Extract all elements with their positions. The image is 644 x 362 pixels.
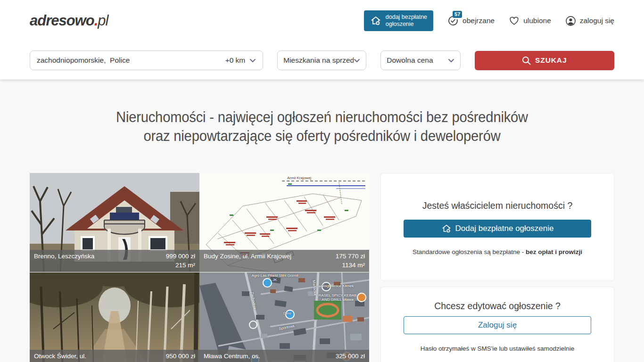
price-select[interactable]: Dowolna cena <box>380 50 460 70</box>
house-plus-icon <box>441 223 452 234</box>
search-icon <box>522 56 531 65</box>
category-select[interactable]: Mieszkania na sprzeda <box>277 50 366 70</box>
search-button[interactable]: SZUKAJ <box>475 51 615 70</box>
page-title: Nieruchomości - najwięcej ogłoszeń nieru… <box>47 80 597 146</box>
sidebar: Jesteś właścicielem nieruchomości ? Doda… <box>380 173 614 362</box>
chevron-down-icon <box>249 58 256 63</box>
listings-grid: Brenno, Leszczyńska 999 000 zł 215 m² <box>30 173 369 362</box>
radius-value: +0 km <box>225 56 246 65</box>
listing-location: Mława Centrum, os. <box>204 352 260 362</box>
chevron-down-icon <box>354 58 360 63</box>
listing-location: Otwock Świder, ul. <box>34 352 86 362</box>
listing-card-brenno[interactable]: Brenno, Leszczyńska 999 000 zł 215 m² <box>30 173 199 272</box>
login-link[interactable]: zaloguj się <box>565 16 614 26</box>
listing-price: 325 000 zł <box>336 352 365 361</box>
favorites-link[interactable]: ulubione <box>509 16 551 26</box>
map-poi-label: Dino <box>283 311 291 315</box>
listing-location: Brenno, Leszczyńska <box>34 252 94 270</box>
listing-caption: Budy Zosine, ul. Armii Krajowej 175 770 … <box>199 250 369 272</box>
add-free-listing-label: Dodaj bezpłatne ogłoszenie <box>455 224 554 233</box>
house-plus-icon <box>370 15 381 26</box>
listing-card-otwock[interactable]: Otwock Świder, ul. 950 000 zł <box>30 272 199 362</box>
listing-card-budy-zosine[interactable]: Armii Krajowej Budy Zosine, ul. Armii Kr… <box>199 173 369 272</box>
owner-card-note: Standardowe ogłoszenia są bezpłatne - be… <box>404 248 591 256</box>
owner-card-title: Jesteś właścicielem nieruchomości ? <box>404 200 591 211</box>
plot-map-street-label: Armii Krajowej <box>287 176 311 180</box>
main-content: Nieruchomości - najwięcej ogłoszeń nieru… <box>0 80 644 362</box>
user-icon <box>565 16 576 26</box>
listing-location: Budy Zosine, ul. Armii Krajowej <box>204 252 291 270</box>
map-poi-label: RASEL SPICY KEBAB AND GRILL Mława <box>316 293 359 302</box>
favorites-label: ulubione <box>523 16 551 25</box>
add-free-listing-button[interactable]: Dodaj bezpłatne ogłoszenie <box>404 220 591 238</box>
price-value: Dowolna cena <box>387 56 447 65</box>
viewed-label: obejrzane <box>462 16 495 25</box>
search-bar: +0 km Mieszkania na sprzeda Dowolna cena… <box>0 41 644 80</box>
edit-card-note: Hasło otrzymałeś w SMS'ie lub ustawiłeś … <box>404 345 591 353</box>
viewed-badge: 57 <box>453 11 462 18</box>
chevron-down-icon <box>448 58 454 63</box>
add-listing-button[interactable]: dodaj bezpłatne ogłoszenie <box>364 10 433 31</box>
logo-tld: pl <box>98 12 108 29</box>
edit-card: Chcesz edytować ogłoszenie ? Zaloguj się… <box>380 287 614 362</box>
logo-main: adresowo <box>30 12 94 29</box>
location-field: +0 km <box>30 50 263 70</box>
listing-price: 175 770 zł <box>336 252 365 261</box>
login-label: zaloguj się <box>580 16 614 25</box>
map-poi-label: Maglownice Klimek <box>312 284 363 288</box>
login-button[interactable]: Zaloguj się <box>404 316 591 334</box>
edit-card-title: Chcesz edytować ogłoszenie ? <box>404 300 591 312</box>
map-poi-label: Agro Las Pilarki Stihl Grzmil JK <box>249 273 301 282</box>
listing-caption: Mława Centrum, os. 325 000 zł <box>199 350 369 362</box>
logo[interactable]: adresowo.pl <box>30 12 108 29</box>
viewed-check-icon: 57 <box>447 15 459 26</box>
heart-icon <box>509 16 520 26</box>
location-input[interactable] <box>37 56 221 65</box>
add-listing-label: dodaj bezpłatne ogłoszenie <box>386 14 427 28</box>
header-actions: dodaj bezpłatne ogłoszenie 57 obejrzane <box>364 10 614 31</box>
header: adresowo.pl dodaj bezpłatne ogłoszenie <box>0 0 644 41</box>
radius-select[interactable]: +0 km <box>225 56 256 65</box>
owner-card: Jesteś właścicielem nieruchomości ? Doda… <box>380 173 614 281</box>
viewed-link[interactable]: 57 obejrzane <box>447 15 495 26</box>
login-button-label: Zaloguj się <box>478 321 517 330</box>
listing-photo-forest <box>30 272 199 362</box>
listing-card-mlawa[interactable]: Agro Las Pilarki Stihl Grzmil JK Maglown… <box>199 272 369 362</box>
listing-price: 950 000 zł <box>166 352 195 361</box>
listing-caption: Otwock Świder, ul. 950 000 zł <box>30 350 199 362</box>
listing-caption: Brenno, Leszczyńska 999 000 zł 215 m² <box>30 250 199 272</box>
listing-price: 999 000 zł <box>166 252 195 261</box>
listing-area: 215 m² <box>166 261 195 270</box>
search-button-label: SZUKAJ <box>535 56 567 65</box>
category-value: Mieszkania na sprzeda <box>283 56 354 65</box>
listing-area: 1134 m² <box>336 261 365 270</box>
top-bar: adresowo.pl dodaj bezpłatne ogłoszenie <box>0 0 644 80</box>
